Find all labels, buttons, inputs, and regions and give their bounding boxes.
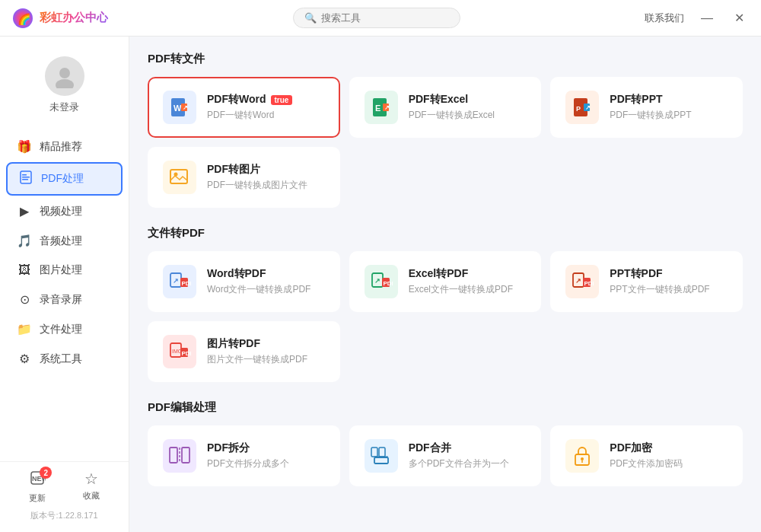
excel-to-pdf-name: Excel转PDF <box>409 267 527 281</box>
content-area: PDF转文件 W ↗ PDF转Word <box>129 37 761 532</box>
version-text: 版本号:1.22.8.171 <box>11 510 118 521</box>
title-bar-left: 🌈 彩虹办公中心 <box>12 8 108 29</box>
sidebar-item-record-label: 录音录屏 <box>40 293 82 307</box>
tool-pdf-to-word[interactable]: W ↗ PDF转Word true PDF一键转Word <box>148 77 340 138</box>
svg-text:E: E <box>375 104 380 113</box>
favorite-icon: ☆ <box>84 470 98 488</box>
file-icon: 📁 <box>17 322 32 336</box>
sidebar-item-file-label: 文件处理 <box>40 323 82 336</box>
favorite-button[interactable]: ☆ 收藏 <box>83 470 100 504</box>
record-icon: ⊙ <box>17 292 32 307</box>
sidebar-item-system-label: 系统工具 <box>40 352 82 366</box>
svg-text:P: P <box>576 105 581 113</box>
search-box[interactable]: 🔍 <box>293 8 460 28</box>
word-to-pdf-icon-box: ↗ PDF <box>163 265 196 298</box>
pdf-to-excel-icon-box: E ↗ <box>365 91 398 124</box>
sidebar-item-video[interactable]: ▶ 视频处理 <box>6 197 123 225</box>
pdf-to-ppt-icon-box: P ↗ <box>565 91 599 124</box>
title-bar: 🌈 彩虹办公中心 🔍 联系我们 — ✕ <box>0 0 761 37</box>
pdf-merge-desc: 多个PDF文件合并为一个 <box>409 457 527 470</box>
audio-icon: 🎵 <box>17 234 32 248</box>
svg-text:↗: ↗ <box>575 277 581 285</box>
tool-pdf-to-image[interactable]: PDF转图片 PDF一键转换成图片文件 <box>148 147 340 208</box>
pdf-to-ppt-name: PDF转PPT <box>610 93 728 107</box>
tool-ppt-to-pdf[interactable]: ↗ PDF PPT转PDF PPT文件一键转换成PDF <box>550 251 743 312</box>
svg-rect-40 <box>170 448 177 463</box>
img-to-pdf-desc: 图片文件一键转换成PDF <box>207 353 325 366</box>
pdf-encrypt-desc: PDF文件添加密码 <box>610 457 728 470</box>
sidebar-item-video-label: 视频处理 <box>40 205 82 218</box>
tool-excel-to-pdf[interactable]: ↗ PDF Excel转PDF Excel文件一键转换成PDF <box>349 251 542 312</box>
svg-text:PDF: PDF <box>584 280 594 287</box>
sidebar-item-audio[interactable]: 🎵 音频处理 <box>6 227 123 255</box>
word-to-pdf-desc: Word文件一键转换成PDF <box>207 283 325 296</box>
pdf-to-ppt-info: PDF转PPT PDF一键转换成PPT <box>610 93 728 122</box>
excel-to-pdf-icon-box: ↗ PDF <box>365 265 398 298</box>
featured-icon: 🎁 <box>17 139 32 154</box>
img-to-pdf-icon-box: IMG PDF <box>163 335 196 368</box>
img-to-pdf-name: 图片转PDF <box>207 337 325 351</box>
update-badge: 2 <box>40 467 52 479</box>
sidebar-bottom-actions: 2 NEW 更新 ☆ 收藏 <box>11 470 118 504</box>
word-to-pdf-name: Word转PDF <box>207 267 325 281</box>
pdf-merge-icon-box <box>365 439 398 473</box>
excel-to-pdf-info: Excel转PDF Excel文件一键转换成PDF <box>409 267 527 296</box>
section-pdf-to-file-title: PDF转文件 <box>148 52 743 66</box>
section-pdf-edit-title: PDF编辑处理 <box>148 400 743 415</box>
svg-text:PDF: PDF <box>182 350 192 357</box>
sidebar-item-audio-label: 音频处理 <box>40 234 82 248</box>
section-file-to-pdf: 文件转PDF ↗ PDF Word转PDF Word文件一键转换成 <box>148 226 743 382</box>
tool-img-to-pdf[interactable]: IMG PDF 图片转PDF 图片文件一键转换成PDF <box>148 321 340 382</box>
svg-rect-5 <box>22 174 27 176</box>
pdf-split-icon-box <box>163 439 196 473</box>
tool-pdf-split[interactable]: PDF拆分 PDF文件拆分成多个 <box>148 425 340 486</box>
tool-pdf-encrypt[interactable]: PDF加密 PDF文件添加密码 <box>550 425 743 486</box>
update-button[interactable]: 2 NEW 更新 <box>29 470 46 504</box>
svg-rect-6 <box>22 177 30 178</box>
sidebar-item-system[interactable]: ⚙ 系统工具 <box>6 345 123 373</box>
pdf-split-info: PDF拆分 PDF文件拆分成多个 <box>207 441 325 470</box>
pdf-to-image-icon-box <box>163 161 196 194</box>
user-status-label[interactable]: 未登录 <box>49 100 79 114</box>
search-input[interactable] <box>321 12 449 24</box>
svg-rect-43 <box>371 448 377 457</box>
update-label: 更新 <box>29 492 46 504</box>
pdf-encrypt-info: PDF加密 PDF文件添加密码 <box>610 441 728 470</box>
svg-rect-22 <box>170 170 187 183</box>
minimize-button[interactable]: — <box>696 10 718 27</box>
img-to-pdf-info: 图片转PDF 图片文件一键转换成PDF <box>207 337 325 366</box>
sidebar-item-pdf[interactable]: PDF处理 <box>6 162 123 196</box>
svg-rect-7 <box>22 179 28 180</box>
avatar <box>45 56 84 96</box>
pdf-to-image-desc: PDF一键转换成图片文件 <box>207 179 325 192</box>
svg-text:PDF: PDF <box>182 280 192 287</box>
svg-text:↗: ↗ <box>374 277 380 285</box>
close-button[interactable]: ✕ <box>730 9 749 27</box>
tool-pdf-merge[interactable]: PDF合并 多个PDF文件合并为一个 <box>349 425 542 486</box>
sidebar-item-featured[interactable]: 🎁 精品推荐 <box>6 132 123 161</box>
pdf-icon <box>18 170 33 187</box>
pdf-to-file-grid: W ↗ PDF转Word true PDF一键转Word <box>148 77 743 208</box>
contact-link[interactable]: 联系我们 <box>645 11 684 25</box>
hot-badge: true <box>271 95 293 105</box>
pdf-to-excel-info: PDF转Excel PDF一键转换成Excel <box>409 93 527 122</box>
svg-rect-41 <box>182 448 189 463</box>
sidebar-item-image[interactable]: 🖼 图片处理 <box>6 256 123 284</box>
sidebar-item-file[interactable]: 📁 文件处理 <box>6 315 123 343</box>
pdf-to-word-desc: PDF一键转Word <box>207 109 325 122</box>
pdf-to-word-name: PDF转Word true <box>207 93 325 107</box>
svg-rect-44 <box>379 448 385 457</box>
tool-pdf-to-ppt[interactable]: P ↗ PDF转PPT PDF一键转换成PPT <box>550 77 743 138</box>
tool-word-to-pdf[interactable]: ↗ PDF Word转PDF Word文件一键转换成PDF <box>148 251 340 312</box>
pdf-split-desc: PDF文件拆分成多个 <box>207 457 325 470</box>
favorite-label: 收藏 <box>83 490 100 502</box>
pdf-encrypt-icon-box <box>565 439 599 473</box>
pdf-merge-name: PDF合并 <box>409 441 527 455</box>
section-pdf-to-file: PDF转文件 W ↗ PDF转Word <box>148 52 743 208</box>
tool-pdf-to-excel[interactable]: E ↗ PDF转Excel PDF一键转换成Excel <box>349 77 542 138</box>
pdf-to-ppt-desc: PDF一键转换成PPT <box>610 109 728 122</box>
sidebar-item-record[interactable]: ⊙ 录音录屏 <box>6 285 123 314</box>
svg-point-2 <box>59 68 70 78</box>
video-icon: ▶ <box>17 204 32 218</box>
pdf-to-word-icon-box: W ↗ <box>163 91 196 124</box>
